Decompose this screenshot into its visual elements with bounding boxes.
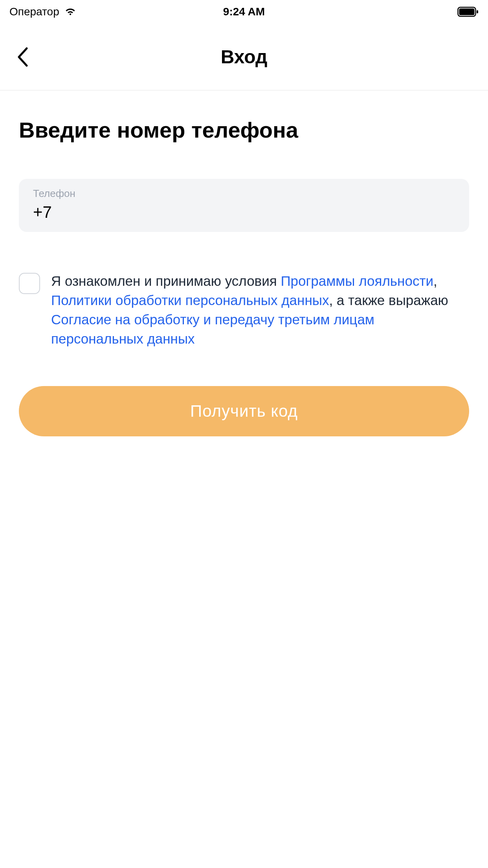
phone-input[interactable] <box>33 203 455 222</box>
page-title: Вход <box>0 46 488 68</box>
carrier-label: Оператор <box>9 6 59 18</box>
heading: Введите номер телефона <box>19 117 469 143</box>
consent-text: Я ознакомлен и принимаю условия Программ… <box>51 271 469 348</box>
svg-rect-2 <box>477 10 478 13</box>
loyalty-program-link[interactable]: Программы лояльности <box>281 273 433 289</box>
nav-bar: Вход <box>0 24 488 90</box>
phone-input-wrapper[interactable]: Телефон <box>19 179 469 232</box>
consent-sep2: , а также выражаю <box>329 292 448 308</box>
chevron-left-icon <box>17 47 29 67</box>
battery-icon <box>457 7 479 17</box>
status-left: Оператор <box>9 6 77 18</box>
wifi-icon <box>64 7 77 17</box>
svg-rect-1 <box>459 9 475 15</box>
get-code-button[interactable]: Получить код <box>19 386 469 436</box>
status-bar: Оператор 9:24 AM <box>0 0 488 24</box>
consent-prefix: Я ознакомлен и принимаю условия <box>51 273 281 289</box>
status-time: 9:24 AM <box>223 6 265 18</box>
privacy-policy-link[interactable]: Политики обработки персональных данных <box>51 292 329 308</box>
phone-label: Телефон <box>33 188 455 200</box>
consent-row: Я ознакомлен и принимаю условия Программ… <box>19 271 469 348</box>
status-right <box>457 7 479 17</box>
consent-sep1: , <box>433 273 437 289</box>
content: Введите номер телефона Телефон Я ознаком… <box>0 90 488 436</box>
consent-checkbox[interactable] <box>19 273 40 294</box>
back-button[interactable] <box>13 48 32 66</box>
data-consent-link[interactable]: Согласие на обработку и передачу третьим… <box>51 312 374 346</box>
